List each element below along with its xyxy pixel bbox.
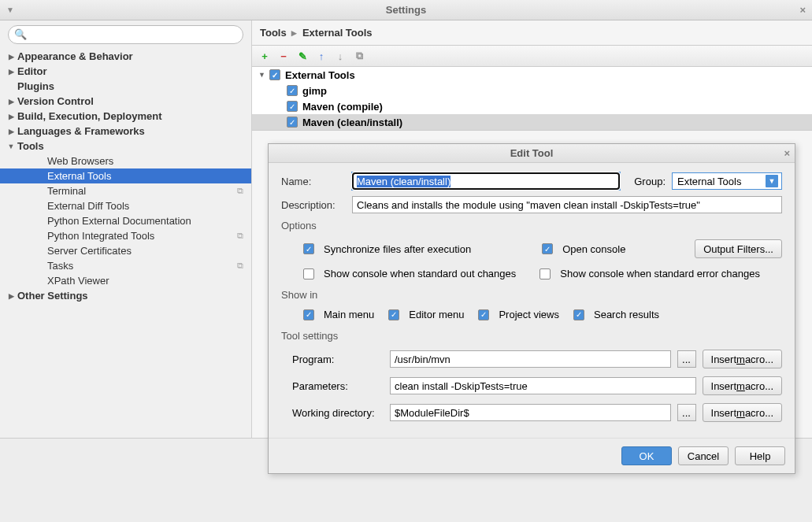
sidebar-item[interactable]: External Tools [0,168,251,183]
sidebar-item[interactable]: ▶Version Control [0,94,251,109]
sync-checkbox[interactable]: ✓ [303,243,314,254]
dialog-close-icon[interactable]: × [784,147,790,159]
showin-section-label: Show in [281,289,782,301]
tool-item-row[interactable]: ✓Maven (clean/install) [252,114,812,130]
program-input[interactable] [390,350,671,368]
sidebar-item[interactable]: Server Certificates [0,243,251,258]
tree-arrow-icon: ▶ [6,98,16,106]
cancel-button[interactable]: Cancel [678,446,729,465]
sidebar-item[interactable]: Python External Documentation [0,213,251,228]
edit-icon[interactable]: ✎ [296,50,309,62]
tool-checkbox[interactable]: ✓ [287,101,298,112]
breadcrumb-root: Tools [260,27,287,39]
tree-arrow-icon: ▼ [6,143,16,150]
tree-arrow-icon: ▶ [6,292,16,300]
stderr-checkbox[interactable]: ✓ [539,268,551,280]
sidebar-item-label: External Diff Tools [47,200,129,212]
group-label-text: Group: [634,176,666,187]
copy-scope-icon: ⧉ [237,186,243,196]
sidebar-item[interactable]: ▶Other Settings [0,288,251,303]
copy-icon[interactable]: ⧉ [353,50,365,62]
sidebar-item[interactable]: Python Integrated Tools⧉ [0,228,251,243]
settings-tree[interactable]: ▶Appearance & Behavior▶EditorPlugins▶Ver… [0,49,251,438]
sidebar-item[interactable]: Web Browsers [0,154,251,168]
sidebar-item[interactable]: ▼Tools [0,139,251,154]
output-filters-button[interactable]: Output Filters... [695,239,782,258]
program-browse-button[interactable]: ... [677,350,696,368]
tool-checkbox[interactable]: ✓ [287,85,298,96]
parameters-insert-macro-button[interactable]: Insert macro... [703,376,782,395]
sidebar-item-label: Plugins [17,80,54,92]
editormenu-label: Editor menu [409,309,464,320]
projectviews-label: Project views [499,309,559,320]
stdout-label: Show console when standard out changes [324,268,516,280]
searchresults-label: Search results [594,309,659,320]
open-console-label: Open console [562,243,625,255]
up-icon[interactable]: ↑ [315,50,328,62]
sidebar-item-label: Tools [17,140,44,152]
chevron-down-icon: ▼ [766,175,778,187]
tools-group-row[interactable]: ▼ ✓ External Tools [252,67,812,83]
sidebar-item[interactable]: ▶Appearance & Behavior [0,49,251,64]
workdir-insert-macro-button[interactable]: Insert macro... [703,403,782,422]
workdir-browse-button[interactable]: ... [677,404,696,421]
sidebar-item[interactable]: Plugins [0,79,251,94]
sidebar-item[interactable]: Terminal⧉ [0,183,251,198]
open-console-checkbox[interactable]: ✓ [542,243,553,254]
program-insert-macro-button[interactable]: Insert macro... [703,350,782,368]
sidebar-item[interactable]: ▶Editor [0,64,251,79]
ok-button[interactable]: OK [621,446,672,465]
sidebar-item-label: Tasks [47,260,73,272]
group-select[interactable]: External Tools ▼ [672,172,782,190]
sidebar-item-label: XPath Viewer [47,275,109,287]
settings-sidebar: 🔍 ▶Appearance & Behavior▶EditorPlugins▶V… [0,20,252,438]
parameters-input[interactable] [390,377,696,394]
sidebar-item[interactable]: External Diff Tools [0,198,251,213]
tool-item-label: Maven (compile) [302,101,383,113]
name-label: Name: [281,176,346,187]
sidebar-item[interactable]: XPath Viewer [0,273,251,288]
sidebar-item[interactable]: ▶Tasks⧉ [0,258,251,273]
sidebar-item-label: Appearance & Behavior [17,50,133,62]
breadcrumb: Tools ▸ External Tools [252,20,812,45]
description-input[interactable] [352,196,782,213]
name-input[interactable] [352,172,620,190]
tree-arrow-icon: ▶ [6,128,16,135]
group-select-value: External Tools [677,176,741,187]
program-label: Program: [281,354,384,365]
sidebar-item-label: Languages & Frameworks [17,125,145,137]
sidebar-item-label: Editor [17,65,47,77]
sync-label: Synchronize files after execution [324,243,471,255]
sidebar-item-label: Server Certificates [47,245,132,257]
sidebar-item-label: Terminal [47,185,86,197]
stdout-checkbox[interactable]: ✓ [303,268,314,280]
group-checkbox[interactable]: ✓ [269,69,280,80]
projectviews-checkbox[interactable]: ✓ [478,309,489,320]
tool-checkbox[interactable]: ✓ [287,117,298,128]
down-icon[interactable]: ↓ [334,50,347,62]
tool-item-row[interactable]: ✓Maven (compile) [252,98,812,114]
sidebar-item[interactable]: ▶Languages & Frameworks [0,124,251,139]
mainmenu-checkbox[interactable]: ✓ [303,309,314,320]
parameters-label: Parameters: [281,380,384,392]
workdir-input[interactable] [390,404,671,421]
group-label: External Tools [285,69,355,81]
copy-scope-icon: ⧉ [237,231,243,241]
tool-item-label: gimp [302,85,327,97]
close-icon[interactable]: × [799,4,806,16]
sidebar-item-label: Build, Execution, Deployment [17,110,161,122]
add-icon[interactable]: + [258,50,271,62]
editormenu-checkbox[interactable]: ✓ [388,309,399,320]
sidebar-item[interactable]: ▶Build, Execution, Deployment [0,109,251,124]
searchresults-checkbox[interactable]: ✓ [573,309,584,320]
search-input[interactable] [8,25,243,44]
sidebar-item-label: Python External Documentation [47,215,191,227]
titlebar-arrow-icon: ▼ [6,6,14,14]
help-button[interactable]: Help [735,446,785,465]
settings-titlebar: ▼ Settings × [0,0,812,20]
edit-tool-dialog: Edit Tool × Name: Group: External Tools … [268,143,795,474]
remove-icon[interactable]: − [277,50,290,62]
sidebar-item-label: Python Integrated Tools [47,230,154,242]
expand-icon[interactable]: ▼ [258,71,269,79]
tool-item-row[interactable]: ✓gimp [252,83,812,98]
